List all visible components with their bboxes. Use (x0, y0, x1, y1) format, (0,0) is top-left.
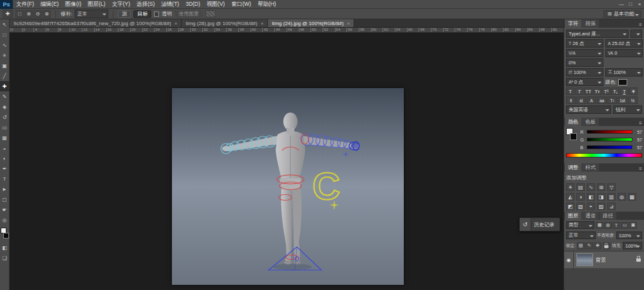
layers-tab[interactable]: 图层 (565, 212, 582, 220)
opentype-button[interactable]: ½ (628, 96, 638, 104)
visibility-eye-icon[interactable]: ◉ (564, 251, 574, 268)
opentype-button[interactable]: aa (597, 96, 607, 104)
tool-button[interactable]: ◎ (0, 215, 10, 225)
pattern-picker[interactable] (205, 10, 216, 17)
background-color-swatch[interactable] (3, 233, 9, 239)
format-button[interactable]: T (566, 87, 574, 95)
opacity-field[interactable]: 100% (616, 231, 642, 239)
channel-value[interactable]: 57 (634, 145, 642, 150)
tool-button[interactable]: ◻ (0, 194, 10, 204)
adjustment-icon[interactable]: ▧ (576, 203, 585, 210)
antialias-select[interactable]: 锐利 (613, 105, 642, 114)
adjustment-icon[interactable]: ◓ (587, 203, 595, 210)
opentype-button[interactable]: fi (566, 96, 576, 104)
opentype-button[interactable]: 1st (618, 96, 627, 104)
workspace-switcher[interactable]: ⊞ 基本功能 (603, 10, 641, 18)
adjustment-icon[interactable]: ◩ (566, 203, 574, 210)
source-button[interactable]: 源 (118, 10, 131, 18)
use-pattern-button[interactable]: 使用图案 (175, 10, 203, 18)
panel-menu-icon[interactable]: ≡ (639, 22, 642, 28)
tool-button[interactable]: ▣ (0, 60, 10, 71)
format-button[interactable]: TT (584, 87, 592, 95)
tool-button[interactable]: ∿ (0, 40, 10, 50)
layer-filter-icon[interactable]: ▭ (621, 222, 629, 229)
kerning-select[interactable]: V/A (566, 49, 603, 57)
layer-row-background[interactable]: ◉ 背景 (564, 251, 644, 268)
channel-value[interactable]: 57 (634, 130, 642, 134)
adjustment-icon[interactable]: ◨ (597, 193, 605, 201)
target-button[interactable]: 目标 (133, 10, 151, 18)
tab-styles[interactable]: 样式 (582, 163, 599, 172)
text-color-swatch[interactable] (618, 79, 627, 86)
format-button[interactable]: T (575, 87, 583, 95)
blend-mode-select[interactable]: 正常 (566, 231, 596, 239)
menu-item[interactable]: 图层(L) (84, 1, 108, 8)
tab-paragraph[interactable]: 段落 (582, 19, 599, 28)
toolbar-extra-button[interactable]: ❏ (0, 253, 10, 263)
tool-button[interactable]: ◐ (0, 153, 10, 163)
tool-button[interactable]: ◒ (0, 143, 10, 153)
tab-character[interactable]: 字符 (565, 19, 582, 28)
layer-filter-icon[interactable]: ◍ (604, 222, 612, 229)
menu-item[interactable]: 图像(I) (62, 1, 84, 8)
maximize-button[interactable]: □ (626, 1, 635, 7)
channel-value[interactable]: 57 (634, 138, 642, 142)
spectrum-ramp[interactable] (566, 153, 642, 158)
tool-button[interactable]: □ (0, 30, 10, 40)
font-family-select[interactable]: TypeLand 康... (566, 30, 629, 38)
adjustment-icon[interactable]: ⊞ (597, 183, 605, 191)
tab-close-icon[interactable]: × (261, 21, 264, 26)
vertical-scale-field[interactable]: IT100% (566, 68, 603, 77)
opentype-button[interactable]: st (576, 96, 586, 104)
minimize-button[interactable]: — (617, 1, 626, 7)
menu-item[interactable]: 文件(F) (13, 1, 37, 8)
tool-button[interactable]: ► (0, 184, 10, 194)
menu-item[interactable]: 帮助(H) (254, 1, 279, 8)
language-select[interactable]: 美国英语 (566, 105, 611, 114)
layer-filter-icon[interactable]: T (612, 222, 620, 229)
format-button[interactable]: T¹ (602, 87, 611, 95)
adjustment-icon[interactable]: ▨ (597, 203, 605, 210)
channel-slider[interactable] (587, 130, 632, 134)
adjustment-icon[interactable]: ▽ (607, 183, 616, 191)
background-swatch[interactable] (570, 133, 577, 140)
tab-close-icon[interactable]: × (175, 21, 178, 26)
tool-button[interactable]: T (0, 174, 10, 184)
transparent-checkbox[interactable] (154, 12, 159, 17)
font-size-select[interactable]: T26 点 (566, 39, 603, 48)
selection-mode-icon[interactable]: ⊗ (43, 10, 51, 18)
tracking-select[interactable]: VA0 (605, 49, 643, 57)
format-button[interactable]: Tᴛ (593, 87, 601, 95)
tab-swatches[interactable]: 色板 (582, 118, 599, 126)
baseline-shift-field[interactable]: Aª0 点 (566, 78, 603, 86)
channel-slider[interactable] (587, 145, 632, 149)
layer-filter-icon[interactable]: ▣ (629, 222, 637, 229)
opentype-button[interactable]: T¹ (607, 96, 617, 104)
fill-field[interactable]: 100% (623, 242, 642, 249)
patch-tool-icon[interactable]: ✚ (3, 10, 13, 18)
layer-thumbnail[interactable] (576, 253, 593, 266)
lock-option-icon[interactable]: ✥ (594, 242, 601, 249)
tool-button[interactable]: ✚ (0, 81, 10, 91)
format-button[interactable]: T₁ (611, 87, 620, 95)
history-panel-button[interactable]: ↺ 历史记录 (519, 217, 560, 231)
tool-button[interactable]: ╱ (0, 71, 10, 81)
lock-all-icon[interactable] (603, 242, 611, 249)
adjustment-icon[interactable]: ▩ (628, 193, 636, 201)
tab-adjustments[interactable]: 调整 (565, 163, 582, 172)
tool-button[interactable]: ☛ (0, 204, 10, 215)
horizontal-scale-field[interactable]: 工100% (605, 68, 643, 77)
tool-button[interactable]: ▦ (0, 132, 10, 143)
layer-filter-type-select[interactable]: 类型 (566, 221, 594, 229)
close-button[interactable]: × (635, 1, 644, 7)
proportional-spacing-select[interactable]: 0% (566, 59, 603, 67)
tool-button[interactable]: ↺ (0, 112, 10, 122)
adjustment-icon[interactable]: ◭ (566, 193, 574, 201)
selection-mode-icon[interactable]: ⊕ (24, 10, 33, 18)
document-tab[interactable]: 9c92f4609e4f8f7f74265ba637f0c8f6_new_720… (10, 19, 182, 27)
selection-mode-icon[interactable]: □ (15, 10, 24, 18)
document-tab-active[interactable]: timg (24).jpg @ 100%(RGB/8#) × (268, 19, 354, 27)
opentype-button[interactable]: A (587, 96, 596, 104)
lock-option-icon[interactable]: ▨ (577, 242, 585, 249)
layers-tab[interactable]: 路径 (600, 212, 616, 220)
